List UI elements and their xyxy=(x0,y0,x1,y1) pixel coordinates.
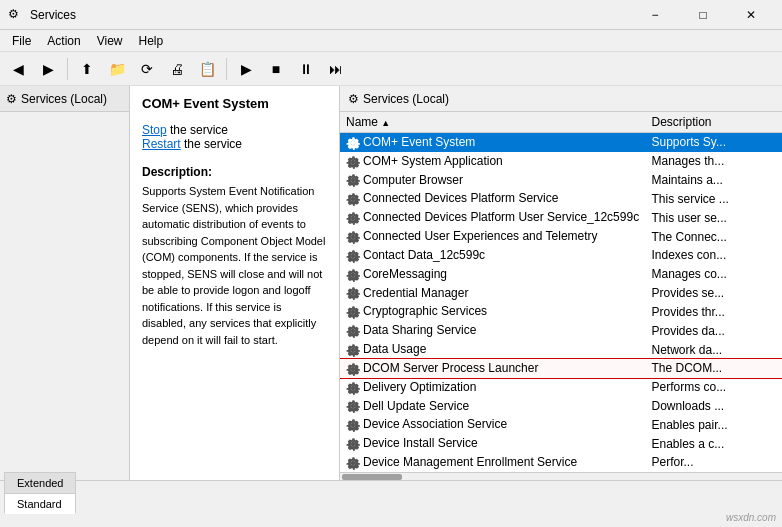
service-name-text: COM+ System Application xyxy=(363,154,503,168)
service-description-cell: The Connec... xyxy=(646,227,783,246)
service-name-cell: COM+ Event System xyxy=(340,133,646,152)
toolbar: ◀ ▶ ⬆ 📁 ⟳ 🖨 📋 ▶ ■ ⏸ ⏭ xyxy=(0,52,782,86)
col-header-name[interactable]: Name ▲ xyxy=(340,112,646,133)
service-name-text: Device Install Service xyxy=(363,436,478,450)
menu-bar: FileActionViewHelp xyxy=(0,30,782,52)
service-description-cell: This user se... xyxy=(646,208,783,227)
service-row-icon xyxy=(346,229,363,243)
table-row[interactable]: CoreMessagingManages co... xyxy=(340,265,782,284)
description-label: Description: xyxy=(142,165,327,179)
table-row[interactable]: Device Association ServiceEnables pair..… xyxy=(340,415,782,434)
table-row[interactable]: Device Install ServiceEnables a c... xyxy=(340,434,782,453)
toolbar-stop-btn[interactable]: ■ xyxy=(262,55,290,83)
status-bar: ExtendedStandard xyxy=(0,480,782,505)
service-row-icon xyxy=(346,173,363,187)
table-row[interactable]: Connected Devices Platform ServiceThis s… xyxy=(340,189,782,208)
menu-item-action[interactable]: Action xyxy=(39,32,88,50)
service-name-cell: CoreMessaging xyxy=(340,265,646,284)
table-row[interactable]: COM+ System ApplicationManages th... xyxy=(340,152,782,171)
toolbar-back[interactable]: ◀ xyxy=(4,55,32,83)
left-panel: ⚙ Services (Local) xyxy=(0,86,130,480)
service-row-icon xyxy=(346,248,363,262)
services-header-icon: ⚙ xyxy=(348,92,359,106)
svg-point-11 xyxy=(351,348,355,352)
maximize-button[interactable]: □ xyxy=(680,0,726,30)
service-description-cell: Provides da... xyxy=(646,321,783,340)
table-row[interactable]: Dell Update ServiceDownloads ... xyxy=(340,397,782,416)
stop-service-link[interactable]: Stop xyxy=(142,123,167,137)
table-row[interactable]: Contact Data_12c599cIndexes con... xyxy=(340,246,782,265)
table-row[interactable]: Cryptographic ServicesProvides thr... xyxy=(340,302,782,321)
middle-panel: COM+ Event System Stop the service Resta… xyxy=(130,86,340,480)
service-description-cell: Manages th... xyxy=(646,152,783,171)
service-name-cell: Contact Data_12c599c xyxy=(340,246,646,265)
service-row-icon xyxy=(346,154,363,168)
app-icon: ⚙ xyxy=(8,7,24,23)
table-row[interactable]: Delivery OptimizationPerforms co... xyxy=(340,378,782,397)
horizontal-scrollbar[interactable] xyxy=(342,474,402,480)
table-row[interactable]: COM+ Event SystemSupports Sy... xyxy=(340,133,782,152)
description-text: Supports System Event Notification Servi… xyxy=(142,183,327,348)
service-name-cell: Cryptographic Services xyxy=(340,302,646,321)
service-name-text: Data Usage xyxy=(363,342,426,356)
service-name-text: Delivery Optimization xyxy=(363,380,476,394)
svg-point-13 xyxy=(351,385,355,389)
scroll-indicator[interactable] xyxy=(340,472,782,480)
toolbar-play[interactable]: ▶ xyxy=(232,55,260,83)
service-row-icon xyxy=(346,361,363,375)
table-row[interactable]: DCOM Server Process LauncherThe DCOM... xyxy=(340,359,782,378)
minimize-button[interactable]: − xyxy=(632,0,678,30)
svg-point-6 xyxy=(351,254,355,258)
selected-service-title: COM+ Event System xyxy=(142,96,327,111)
svg-point-4 xyxy=(351,216,355,220)
table-row[interactable]: Computer BrowserMaintains a... xyxy=(340,171,782,190)
svg-point-14 xyxy=(351,404,355,408)
table-row[interactable]: Device Management Enrollment ServicePerf… xyxy=(340,453,782,472)
menu-item-view[interactable]: View xyxy=(89,32,131,50)
services-panel-header: ⚙ Services (Local) xyxy=(340,86,782,112)
service-row-icon xyxy=(346,455,363,469)
service-name-cell: Device Install Service xyxy=(340,434,646,453)
toolbar-print[interactable]: 🖨 xyxy=(163,55,191,83)
toolbar-refresh[interactable]: ⟳ xyxy=(133,55,161,83)
toolbar-forward[interactable]: ▶ xyxy=(34,55,62,83)
table-row[interactable]: Data UsageNetwork da... xyxy=(340,340,782,359)
view-tab-extended[interactable]: Extended xyxy=(4,472,76,493)
svg-point-3 xyxy=(351,197,355,201)
service-name-cell: Data Usage xyxy=(340,340,646,359)
service-name-cell: COM+ System Application xyxy=(340,152,646,171)
service-name-cell: Data Sharing Service xyxy=(340,321,646,340)
title-bar-controls: − □ ✕ xyxy=(632,0,774,30)
service-row-icon xyxy=(346,191,363,205)
toolbar-show-hide-tree[interactable]: 📁 xyxy=(103,55,131,83)
toolbar-pause[interactable]: ⏸ xyxy=(292,55,320,83)
table-row[interactable]: Data Sharing ServiceProvides da... xyxy=(340,321,782,340)
service-description-cell: Indexes con... xyxy=(646,246,783,265)
service-row-icon xyxy=(346,210,363,224)
toolbar-restart-btn[interactable]: ⏭ xyxy=(322,55,350,83)
svg-point-10 xyxy=(351,329,355,333)
service-name-cell: DCOM Server Process Launcher xyxy=(340,359,646,378)
menu-item-file[interactable]: File xyxy=(4,32,39,50)
close-button[interactable]: ✕ xyxy=(728,0,774,30)
watermark: wsxdn.com xyxy=(726,512,776,523)
toolbar-separator-2 xyxy=(226,58,227,80)
svg-point-12 xyxy=(351,367,355,371)
table-row[interactable]: Connected Devices Platform User Service_… xyxy=(340,208,782,227)
restart-service-link[interactable]: Restart xyxy=(142,137,181,151)
service-row-icon xyxy=(346,304,363,318)
svg-point-0 xyxy=(351,141,355,145)
view-tab-standard[interactable]: Standard xyxy=(4,493,76,514)
main-content: ⚙ Services (Local) COM+ Event System Sto… xyxy=(0,86,782,480)
col-header-description[interactable]: Description xyxy=(646,112,783,133)
toolbar-up[interactable]: ⬆ xyxy=(73,55,101,83)
table-row[interactable]: Connected User Experiences and Telemetry… xyxy=(340,227,782,246)
title-bar: ⚙ Services − □ ✕ xyxy=(0,0,782,30)
services-table-container[interactable]: Name ▲ Description COM+ Event SystemSupp… xyxy=(340,112,782,472)
service-name-cell: Connected User Experiences and Telemetry xyxy=(340,227,646,246)
menu-item-help[interactable]: Help xyxy=(131,32,172,50)
table-row[interactable]: Credential ManagerProvides se... xyxy=(340,284,782,303)
toolbar-export[interactable]: 📋 xyxy=(193,55,221,83)
title-bar-text: Services xyxy=(30,8,632,22)
service-name-text: DCOM Server Process Launcher xyxy=(363,361,538,375)
